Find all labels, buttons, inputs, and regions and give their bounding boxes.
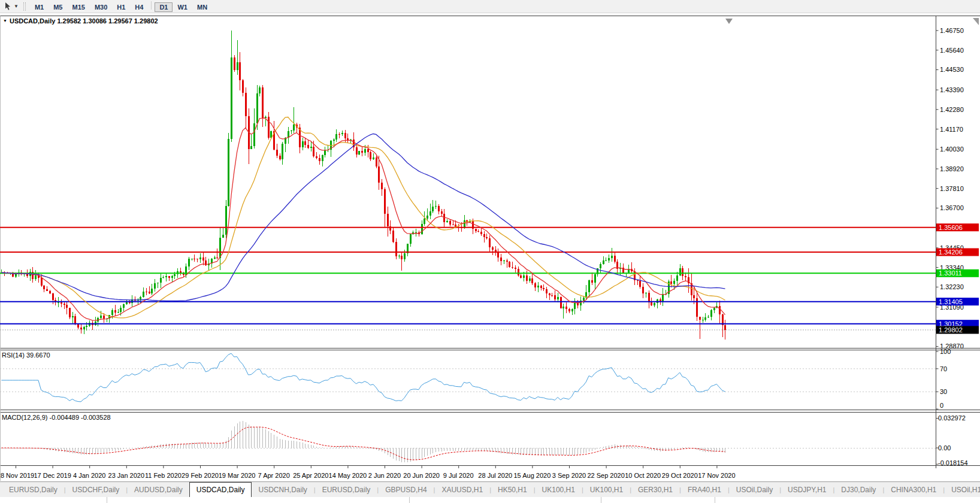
- svg-text:4 Jan 2020: 4 Jan 2020: [73, 472, 105, 479]
- statusbar-separator: [409, 497, 410, 503]
- svg-text:3 Sep 2020: 3 Sep 2020: [552, 472, 586, 479]
- chart-tab-audusd-daily[interactable]: AUDUSD,Daily: [128, 482, 189, 497]
- svg-text:1.41170: 1.41170: [940, 126, 963, 133]
- svg-text:1.46750: 1.46750: [940, 27, 964, 34]
- svg-text:23 Jan 2020: 23 Jan 2020: [108, 472, 145, 479]
- svg-text:1.38920: 1.38920: [940, 165, 964, 172]
- macd-histogram: [2, 421, 725, 462]
- svg-text:20 Jun 2020: 20 Jun 2020: [403, 472, 440, 479]
- timeframe-button-h4[interactable]: H4: [130, 2, 148, 12]
- svg-text:28 Jul 2020: 28 Jul 2020: [478, 472, 512, 479]
- svg-text:100: 100: [940, 348, 951, 355]
- svg-text:1.37810: 1.37810: [940, 185, 964, 192]
- svg-text:22 Sep 2020: 22 Sep 2020: [587, 472, 624, 479]
- symbol-tabbar: EURUSD,Daily|USDCHF,Daily|AUDUSD,DailyUS…: [0, 481, 980, 497]
- svg-text:14 May 2020: 14 May 2020: [329, 472, 367, 479]
- candles-layer: [1, 31, 726, 340]
- indicator-levels: 100703000.0329720.00-0.018154: [0, 348, 968, 466]
- chart-tab-hk50-h1[interactable]: HK50,H1: [491, 482, 534, 497]
- timeframe-button-w1[interactable]: W1: [173, 2, 192, 12]
- chart-tab-usoil-daily[interactable]: USOil,Daily: [730, 482, 779, 497]
- chart-tab-gbpusd-h4[interactable]: GBPUSD,H4: [379, 482, 433, 497]
- timeframe-button-m1[interactable]: M1: [30, 2, 49, 12]
- svg-text:1.32230: 1.32230: [940, 283, 964, 290]
- chart-tab-usdjpy-h1[interactable]: USDJPY,H1: [781, 482, 833, 497]
- chart-tab-ger30-h1[interactable]: GER30,H1: [631, 482, 679, 497]
- svg-text:17 Nov 2020: 17 Nov 2020: [698, 472, 735, 479]
- cursor-tool-icon[interactable]: [2, 2, 13, 11]
- svg-text:1.43390: 1.43390: [940, 86, 964, 93]
- chart-tab-usdcnh-daily[interactable]: USDCNH,Daily: [252, 482, 313, 497]
- macd-signal-line: [1, 427, 725, 460]
- svg-text:-0.018154: -0.018154: [938, 459, 968, 466]
- svg-text:1.35606: 1.35606: [939, 224, 963, 231]
- chart-tab-eurusd-daily[interactable]: EURUSD,Daily: [2, 482, 64, 497]
- timeframe-button-h1[interactable]: H1: [112, 2, 130, 12]
- price-axis-labels: 1.356061.342061.330111.314051.301521.298…: [936, 223, 979, 334]
- status-strip: [0, 497, 980, 503]
- svg-text:11 Feb 2020: 11 Feb 2020: [145, 472, 182, 479]
- timeframe-button-m30[interactable]: M30: [90, 2, 112, 12]
- chart-shift-marker-icon[interactable]: [725, 19, 733, 24]
- svg-text:1.31405: 1.31405: [939, 298, 963, 305]
- chart-tab-uk100-h1[interactable]: UK100,H1: [583, 482, 630, 497]
- chart-tab-xauusd-h1[interactable]: XAUUSD,H1: [435, 482, 489, 497]
- svg-text:15 Aug 2020: 15 Aug 2020: [514, 472, 551, 479]
- chart-tab-fra40-h1[interactable]: FRA40,H1: [681, 482, 728, 497]
- date-axis[interactable]: 28 Nov 201917 Dec 20194 Jan 202023 Jan 2…: [0, 466, 736, 480]
- svg-text:25 Apr 2020: 25 Apr 2020: [293, 472, 328, 479]
- chart-tab-uk100-h1[interactable]: UK100,H1: [536, 482, 582, 497]
- svg-text:9 Jul 2020: 9 Jul 2020: [443, 472, 474, 479]
- symbol-timeframe-label: USDCAD,Daily: [10, 17, 55, 25]
- chart-tab-china300-h1[interactable]: CHINA300,H1: [884, 482, 943, 497]
- svg-text:1.34206: 1.34206: [939, 249, 963, 256]
- chart-tab-dj30-daily[interactable]: DJ30,Daily: [834, 482, 882, 497]
- statusbar-separator: [601, 497, 601, 503]
- timeframe-button-mn[interactable]: MN: [192, 2, 212, 12]
- svg-text:28 Nov 2019: 28 Nov 2019: [0, 472, 34, 479]
- svg-text:30: 30: [940, 388, 947, 395]
- svg-text:1.42280: 1.42280: [940, 106, 964, 113]
- ohlc-values: 1.29582 1.30086 1.29567 1.29802: [57, 17, 158, 25]
- timeframe-button-group: M1M5M15M30H1H4D1W1MN: [30, 1, 212, 12]
- chart-tab-usoil-h1[interactable]: USOil,H1: [945, 482, 980, 497]
- hline-levels[interactable]: [0, 228, 936, 324]
- symbol-dropdown-icon[interactable]: ▼: [3, 19, 7, 23]
- svg-text:19 Mar 2020: 19 Mar 2020: [219, 472, 256, 479]
- chart-tab-eurusd-daily[interactable]: EURUSD,Daily: [316, 482, 377, 497]
- toolbar-separator: [151, 1, 152, 10]
- timeframe-button-m5[interactable]: M5: [49, 2, 67, 12]
- svg-text:0: 0: [940, 402, 943, 409]
- chart-title: ▼USDCAD,Daily 1.29582 1.30086 1.29567 1.…: [3, 17, 158, 25]
- svg-text:0.00: 0.00: [938, 444, 951, 452]
- svg-text:29 Oct 2020: 29 Oct 2020: [662, 472, 698, 479]
- macd-indicator-label: MACD(12,26,9) -0.004489 -0.003528: [2, 414, 111, 421]
- rsi-line: [1, 353, 725, 402]
- timeframe-button-m15[interactable]: M15: [67, 2, 89, 12]
- svg-text:17 Dec 2019: 17 Dec 2019: [34, 472, 71, 479]
- statusbar-separator: [715, 497, 715, 503]
- rsi-indicator-label: RSI(14) 39.6670: [2, 352, 50, 359]
- svg-text:1.45640: 1.45640: [940, 47, 964, 54]
- svg-text:1.44530: 1.44530: [940, 66, 964, 73]
- scroll-corner-marker-icon[interactable]: [973, 18, 979, 25]
- statusbar-separator: [107, 497, 107, 503]
- chart-tab-usdchf-daily[interactable]: USDCHF,Daily: [66, 482, 126, 497]
- svg-text:1.40030: 1.40030: [940, 146, 964, 153]
- svg-text:29 Feb 2020: 29 Feb 2020: [182, 472, 219, 479]
- svg-text:2 Jun 2020: 2 Jun 2020: [368, 472, 401, 479]
- svg-text:10 Oct 2020: 10 Oct 2020: [625, 472, 661, 479]
- svg-text:70: 70: [940, 365, 947, 372]
- svg-text:1.29802: 1.29802: [939, 326, 963, 334]
- timeframe-button-d1[interactable]: D1: [155, 2, 173, 12]
- svg-text:0.032972: 0.032972: [938, 414, 966, 422]
- svg-text:1.33011: 1.33011: [939, 269, 962, 277]
- toolbar-grip-handle[interactable]: [23, 2, 26, 11]
- chart-tab-usdcad-daily[interactable]: USDCAD,Daily: [189, 482, 252, 497]
- top-toolbar: ▼ M1M5M15M30H1H4D1W1MN: [0, 0, 980, 13]
- moving-averages: [1, 117, 725, 321]
- cursor-dropdown-caret-icon[interactable]: ▼: [14, 4, 19, 9]
- svg-text:7 Apr 2020: 7 Apr 2020: [258, 472, 290, 479]
- chart-canvas[interactable]: 1.467501.456401.445301.433901.422801.411…: [0, 16, 980, 481]
- svg-text:1.36700: 1.36700: [940, 204, 964, 211]
